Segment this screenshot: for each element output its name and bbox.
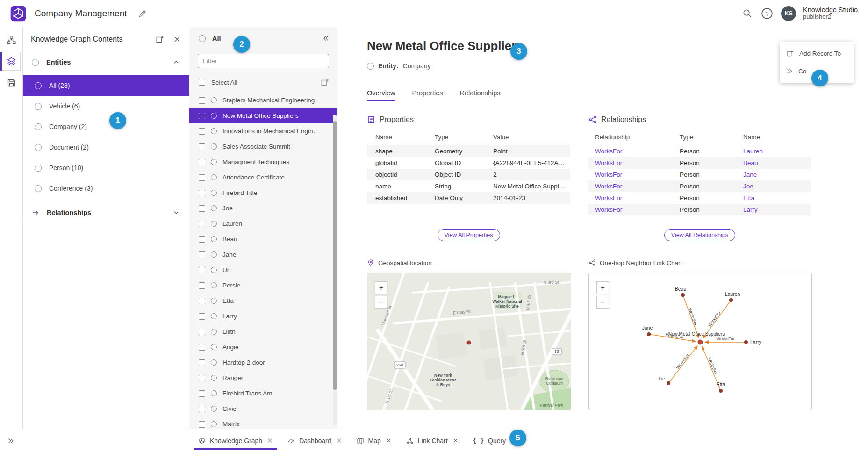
- scrollbar[interactable]: [333, 115, 337, 425]
- graph-node[interactable]: [647, 332, 651, 336]
- tab-dashboard[interactable]: Dashboard: [280, 429, 349, 452]
- entity-list-item[interactable]: Uri: [189, 262, 337, 278]
- related-entity-link[interactable]: Etta: [743, 192, 811, 204]
- tab-map[interactable]: Map: [349, 429, 399, 452]
- view-all-properties-button[interactable]: View All Properties: [438, 229, 500, 241]
- save-icon[interactable]: [2, 73, 21, 92]
- graph-node[interactable]: [719, 389, 723, 393]
- map-canvas[interactable]: 33 250 N 3rd St E Clay St N 4th St N 3rd…: [367, 273, 571, 410]
- close-tab-icon[interactable]: [337, 438, 342, 443]
- item-checkbox[interactable]: [199, 421, 205, 428]
- entity-list-item[interactable]: Persie: [189, 278, 337, 293]
- entity-list-item[interactable]: Matrix: [189, 416, 337, 429]
- entity-list-item[interactable]: Lauren: [189, 216, 337, 231]
- entity-filter-item[interactable]: Conference (3): [22, 178, 189, 199]
- avatar[interactable]: KS: [781, 6, 796, 21]
- entity-list-item[interactable]: Larry: [189, 309, 337, 324]
- add-selection-icon[interactable]: [320, 77, 330, 87]
- item-checkbox[interactable]: [199, 344, 205, 351]
- search-icon[interactable]: [741, 7, 753, 19]
- relationships-section-header[interactable]: Relationships: [22, 202, 189, 223]
- item-checkbox[interactable]: [199, 159, 205, 165]
- entity-list-item[interactable]: Hardtop 2-door: [189, 355, 337, 370]
- tab-relationships[interactable]: Relationships: [460, 89, 501, 101]
- filter-input[interactable]: [198, 54, 329, 68]
- layers-icon[interactable]: [2, 52, 21, 71]
- close-tab-icon[interactable]: [453, 438, 458, 443]
- entity-list-item[interactable]: Civic: [189, 401, 337, 416]
- item-checkbox[interactable]: [199, 221, 205, 227]
- entity-list-item[interactable]: Sales Associate Summit: [189, 139, 337, 154]
- close-tab-icon[interactable]: [386, 438, 391, 443]
- relationship-type-link[interactable]: WorksFor: [588, 169, 680, 180]
- entity-list-item[interactable]: Innovations in Mechanical Engin…: [189, 123, 337, 139]
- item-checkbox[interactable]: [199, 143, 205, 150]
- collapse-panel-icon[interactable]: [322, 34, 330, 43]
- link-chart-widget[interactable]: WorksFor WorksFor WorksFor WorksFor Work…: [588, 273, 812, 410]
- relationship-type-link[interactable]: WorksFor: [588, 157, 680, 169]
- item-checkbox[interactable]: [199, 267, 205, 273]
- entity-list-item[interactable]: Managment Techniques: [189, 154, 337, 170]
- entity-list-item[interactable]: Etta: [189, 293, 337, 309]
- entity-filter-item[interactable]: Document (2): [22, 137, 189, 158]
- related-entity-link[interactable]: Jane: [743, 169, 811, 180]
- item-checkbox[interactable]: [199, 205, 205, 212]
- all-radio-icon[interactable]: [199, 35, 206, 42]
- item-checkbox[interactable]: [199, 390, 205, 397]
- related-entity-link[interactable]: Larry: [743, 204, 811, 215]
- zoom-out-button[interactable]: −: [596, 296, 609, 309]
- tab-properties[interactable]: Properties: [412, 89, 443, 101]
- relationship-type-link[interactable]: WorksFor: [588, 180, 680, 192]
- entity-list-item[interactable]: Joe: [189, 201, 337, 216]
- entity-filter-item[interactable]: Vehicle (6): [22, 96, 189, 116]
- entity-list-item[interactable]: Ranger: [189, 370, 337, 386]
- zoom-out-button[interactable]: −: [375, 296, 387, 309]
- select-all-checkbox[interactable]: [199, 79, 205, 86]
- graph-node[interactable]: [667, 381, 670, 385]
- relationship-type-link[interactable]: WorksFor: [588, 204, 680, 215]
- entity-list-item[interactable]: Lilith: [189, 324, 337, 339]
- item-checkbox[interactable]: [199, 251, 205, 258]
- entity-filter-item[interactable]: Person (10): [22, 158, 189, 178]
- item-checkbox[interactable]: [199, 236, 205, 243]
- item-checkbox[interactable]: [199, 174, 205, 181]
- item-checkbox[interactable]: [199, 298, 205, 304]
- related-entity-link[interactable]: Joe: [743, 180, 811, 192]
- related-entity-link[interactable]: Beau: [743, 157, 811, 169]
- entity-filter-item[interactable]: Company (2): [22, 116, 189, 137]
- link-chart-canvas[interactable]: WorksFor WorksFor WorksFor WorksFor Work…: [589, 273, 811, 410]
- item-checkbox[interactable]: [199, 375, 205, 381]
- zoom-in-button[interactable]: +: [596, 281, 609, 294]
- entities-section-header[interactable]: Entities: [22, 52, 189, 72]
- item-checkbox[interactable]: [199, 329, 205, 335]
- entity-list-item[interactable]: New Metal Office Suppliers: [189, 108, 337, 123]
- close-tab-icon[interactable]: [267, 438, 273, 443]
- hierarchy-icon[interactable]: [2, 30, 21, 49]
- item-checkbox[interactable]: [199, 406, 205, 412]
- item-checkbox[interactable]: [199, 313, 205, 320]
- add-card-icon[interactable]: [155, 34, 165, 44]
- graph-node[interactable]: [729, 298, 733, 302]
- tab-overview[interactable]: Overview: [367, 89, 395, 101]
- entity-list-item[interactable]: Staplers Mechanical Engineering: [189, 93, 337, 108]
- relationship-type-link[interactable]: WorksFor: [588, 145, 680, 158]
- entity-list-item[interactable]: Attendance Certificate: [189, 170, 337, 185]
- entity-list-item[interactable]: Jane: [189, 247, 337, 262]
- menu-item-add-record-to[interactable]: Add Record To: [780, 44, 854, 62]
- entity-filter-item[interactable]: All (23): [22, 75, 189, 96]
- item-checkbox[interactable]: [199, 113, 205, 119]
- zoom-in-button[interactable]: +: [375, 281, 387, 294]
- item-checkbox[interactable]: [199, 97, 205, 104]
- view-all-relationships-button[interactable]: View All Relationships: [664, 229, 735, 241]
- help-icon[interactable]: ?: [760, 7, 774, 21]
- entity-list-item[interactable]: Angie: [189, 339, 337, 355]
- tab-link-chart[interactable]: Link Chart: [399, 429, 466, 452]
- tab-knowledge-graph[interactable]: Knowledge Graph: [191, 429, 280, 452]
- item-checkbox[interactable]: [199, 282, 205, 289]
- graph-center-node[interactable]: [698, 340, 703, 344]
- edit-title-icon[interactable]: [137, 8, 148, 19]
- map-widget[interactable]: 33 250 N 3rd St E Clay St N 4th St N 3rd…: [367, 273, 571, 410]
- scrollbar-thumb[interactable]: [333, 121, 337, 390]
- graph-node[interactable]: [744, 340, 748, 344]
- graph-node[interactable]: [681, 293, 685, 297]
